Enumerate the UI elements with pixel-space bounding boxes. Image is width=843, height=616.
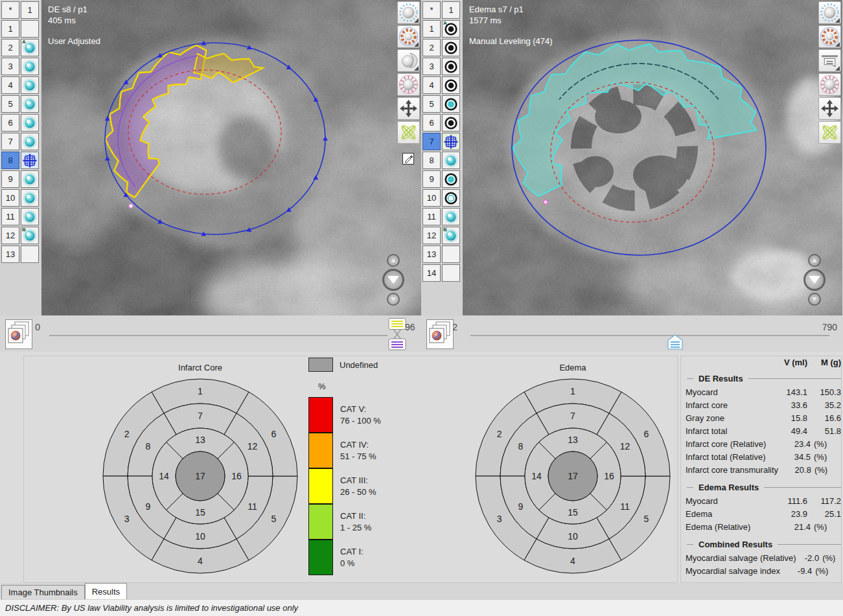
slice-sphere-icon-cell[interactable]: B xyxy=(21,227,39,244)
category-label: CAT IV:51 - 75 % xyxy=(340,439,376,462)
contour-badge: B xyxy=(22,227,26,233)
tab-results[interactable]: Results xyxy=(85,583,127,599)
slice-number-cell[interactable]: 13 xyxy=(1,245,19,263)
sphere-dotted-button[interactable] xyxy=(818,1,841,24)
slice-number-cell[interactable]: 9 xyxy=(1,170,19,188)
legend-category-row: CAT I:0 % xyxy=(308,540,447,575)
down-triangle-icon xyxy=(809,276,820,284)
result-label: Edema xyxy=(686,509,774,519)
de-image-viewport[interactable]: DE s8 / p1 405 ms User Adjusted xyxy=(41,0,421,315)
slice-down-large-button[interactable] xyxy=(382,269,404,291)
slice-number-cell[interactable]: 7 xyxy=(1,133,19,150)
slice-empty-icon-cell[interactable] xyxy=(21,20,39,38)
slice-sphere-icon-cell[interactable] xyxy=(21,114,39,131)
results-row: Infarct total (Relative)34.5(%) xyxy=(686,450,841,463)
slice-ring-teal-hollow-icon-cell[interactable] xyxy=(442,189,460,207)
bottom-tab-bar: Image ThumbnailsResults xyxy=(0,583,843,599)
slice-number-cell[interactable]: 8 xyxy=(1,152,19,169)
sphere-crescent-button[interactable] xyxy=(397,49,420,72)
slice-grid-icon-cell[interactable] xyxy=(442,133,460,150)
edema-slider-marker[interactable] xyxy=(666,334,684,353)
phase-column-header[interactable]: 1 xyxy=(21,1,39,19)
slice-up-button[interactable] xyxy=(387,254,400,267)
slice-sphere-icon-cell[interactable]: A xyxy=(21,39,39,56)
slice-down-large-button[interactable] xyxy=(803,269,826,291)
slice-number-cell[interactable]: 1 xyxy=(422,20,441,38)
slice-number-cell[interactable]: 3 xyxy=(422,58,441,75)
slice-number-cell[interactable]: 4 xyxy=(422,76,441,94)
slice-number-cell[interactable]: 12 xyxy=(422,227,441,244)
slice-sphere-icon-cell[interactable] xyxy=(21,76,39,94)
de-slider-track[interactable] xyxy=(49,335,387,336)
slice-number-cell[interactable]: 11 xyxy=(422,208,441,225)
slice-number-cell[interactable]: 13 xyxy=(422,245,441,263)
sphere-radial-button[interactable] xyxy=(818,73,841,96)
manual-leveling-button[interactable] xyxy=(818,49,841,72)
slice-ring-teal-icon-cell[interactable] xyxy=(442,95,460,113)
slice-number-cell[interactable]: 7 xyxy=(422,133,441,150)
slice-down-button[interactable] xyxy=(387,293,400,306)
slice-empty-icon-cell[interactable] xyxy=(21,245,39,263)
slice-down-button[interactable] xyxy=(808,293,821,306)
tab-image-thumbnails[interactable]: Image Thumbnails xyxy=(1,585,85,599)
slice-number-cell[interactable]: 2 xyxy=(422,39,441,56)
slice-empty-icon-cell[interactable] xyxy=(442,264,460,282)
phase-column-header[interactable]: 1 xyxy=(442,1,460,19)
mesh-cross-button[interactable] xyxy=(818,121,841,144)
sphere-dashed-button[interactable] xyxy=(397,25,420,48)
slice-sphere-icon-cell[interactable] xyxy=(442,152,460,169)
slice-number-cell[interactable]: 2 xyxy=(1,39,19,56)
slice-column-header-star[interactable]: * xyxy=(1,1,19,19)
edema-slice-nav xyxy=(803,254,826,306)
slice-number-cell[interactable]: 5 xyxy=(1,95,19,113)
slice-number-cell[interactable]: 8 xyxy=(422,152,441,169)
image-stack-icon xyxy=(6,341,32,350)
edema-slider-track[interactable] xyxy=(470,335,829,336)
slice-grid-icon-cell[interactable] xyxy=(21,152,39,169)
slice-sphere-icon-cell[interactable] xyxy=(21,208,39,225)
slice-number-cell[interactable]: 10 xyxy=(422,189,441,207)
slice-number-cell[interactable]: 11 xyxy=(1,208,19,225)
slice-ring-dark-icon-cell[interactable] xyxy=(442,114,460,131)
slice-number-cell[interactable]: 3 xyxy=(1,58,19,75)
slice-ring-dark-icon-cell[interactable] xyxy=(442,58,460,75)
slice-sphere-icon-cell[interactable] xyxy=(21,58,39,75)
category-color-swatch xyxy=(308,433,333,468)
slice-sphere-icon-cell[interactable] xyxy=(21,189,39,207)
slice-number-cell[interactable]: 12 xyxy=(1,227,19,244)
slice-sphere-icon-cell[interactable] xyxy=(442,208,460,225)
edema-image-viewport[interactable]: Edema s7 / p1 1577 ms Manual Leveling (4… xyxy=(463,0,842,315)
slice-number-cell[interactable]: 6 xyxy=(422,114,441,131)
undefined-label: Undefined xyxy=(340,360,378,370)
edema-mri-image xyxy=(463,0,842,315)
slice-column-header-star[interactable]: * xyxy=(422,1,441,19)
slice-number-cell[interactable]: 5 xyxy=(422,95,441,113)
sphere-dashed-button[interactable] xyxy=(818,25,841,48)
slice-sphere-icon-cell[interactable] xyxy=(21,170,39,188)
slice-sphere-icon-cell[interactable] xyxy=(21,133,39,150)
slice-number-cell[interactable]: 9 xyxy=(422,170,441,188)
slice-up-button[interactable] xyxy=(808,254,821,267)
slice-ring-teal-icon-cell[interactable] xyxy=(442,170,460,188)
edema-image-status: Manual Leveling (474) xyxy=(469,36,553,46)
sphere-dashed-icon xyxy=(398,39,419,49)
pan-arrows-button[interactable] xyxy=(397,97,420,120)
mesh-cross-button[interactable] xyxy=(397,121,420,144)
slice-row: 5 xyxy=(1,95,41,113)
svg-text:1: 1 xyxy=(198,386,203,396)
slice-ring-dark-icon-cell[interactable] xyxy=(442,76,460,94)
sphere-dotted-button[interactable] xyxy=(397,1,420,24)
slice-sphere-icon-cell[interactable] xyxy=(21,95,39,113)
slice-number-cell[interactable]: 6 xyxy=(1,114,19,131)
slice-ring-dark-icon-cell[interactable] xyxy=(442,39,460,56)
pan-arrows-button[interactable] xyxy=(818,97,841,120)
sphere-radial-button[interactable] xyxy=(397,73,420,96)
slice-number-cell[interactable]: 10 xyxy=(1,189,19,207)
category-label: CAT III:26 - 50 % xyxy=(340,475,376,498)
slice-empty-icon-cell[interactable] xyxy=(442,245,460,263)
slice-number-cell[interactable]: 4 xyxy=(1,76,19,94)
slice-ring-dark-icon-cell[interactable]: A xyxy=(442,20,460,38)
slice-sphere-icon-cell[interactable]: B xyxy=(442,227,460,244)
slice-number-cell[interactable]: 1 xyxy=(1,20,19,38)
slice-number-cell[interactable]: 14 xyxy=(422,264,441,282)
